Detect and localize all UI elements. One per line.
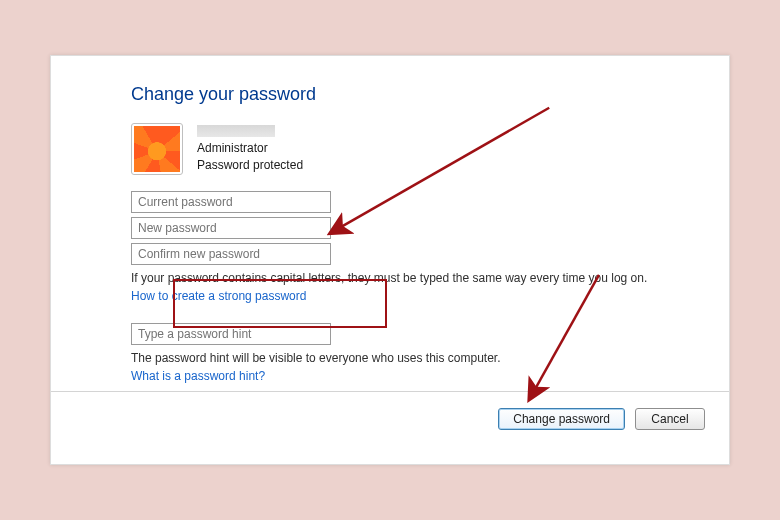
password-hint-input[interactable] [131,323,331,345]
confirm-password-input[interactable] [131,243,331,265]
change-password-button[interactable]: Change password [498,408,625,430]
dialog-content: Change your password Administrator Passw… [51,56,729,464]
user-role: Administrator [197,140,303,156]
caps-note: If your password contains capital letter… [131,271,699,285]
page-title: Change your password [131,84,699,105]
user-name-redacted [197,125,275,137]
flower-icon [134,126,180,172]
button-row: Change password Cancel [498,408,705,430]
hint-visibility-note: The password hint will be visible to eve… [131,351,699,365]
strong-password-link[interactable]: How to create a strong password [131,289,306,303]
dialog-window: Change your password Administrator Passw… [50,55,730,465]
password-hint-help-link[interactable]: What is a password hint? [131,369,265,383]
user-info-block: Administrator Password protected [131,123,699,175]
user-text: Administrator Password protected [197,125,303,172]
user-avatar [131,123,183,175]
current-password-input[interactable] [131,191,331,213]
hint-block: The password hint will be visible to eve… [131,323,699,383]
user-status: Password protected [197,157,303,173]
new-password-input[interactable] [131,217,331,239]
cancel-button[interactable]: Cancel [635,408,705,430]
separator [51,391,729,392]
